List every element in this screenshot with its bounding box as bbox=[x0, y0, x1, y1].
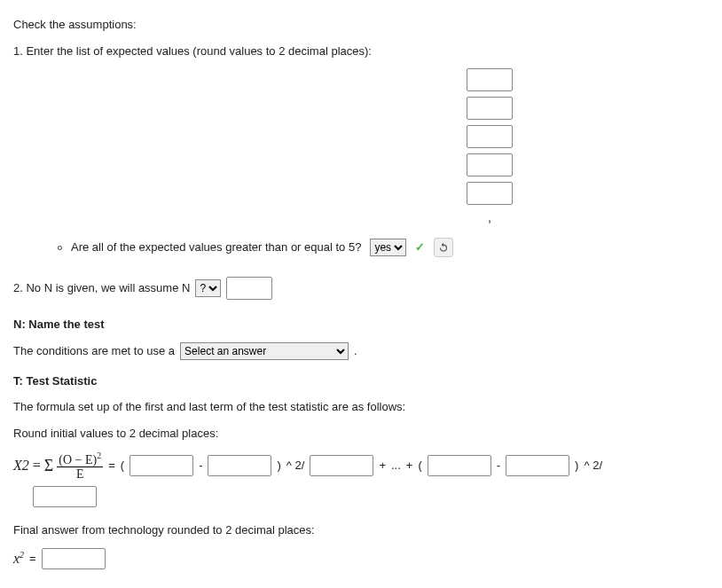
frac-num: (O − E) bbox=[59, 453, 97, 466]
t-heading: T: Test Statistic bbox=[13, 372, 709, 390]
trailing-comma: , bbox=[488, 208, 491, 227]
step1-text: 1. Enter the list of expected values (ro… bbox=[13, 43, 709, 60]
n-heading: N: Name the test bbox=[13, 316, 709, 333]
final-line: Final answer from technology rounded to … bbox=[13, 521, 709, 539]
retry-icon bbox=[437, 241, 450, 254]
expected-value-4[interactable] bbox=[467, 153, 513, 176]
final-answer-row: x2 = bbox=[13, 548, 709, 569]
bullet-icon bbox=[58, 246, 62, 250]
termN-div-wrap bbox=[33, 486, 709, 507]
checkmark-icon: ✓ bbox=[415, 239, 425, 256]
pow2: ^ 2/ bbox=[584, 457, 602, 474]
n-line-prefix: The conditions are met to use a bbox=[13, 342, 175, 360]
term1-o[interactable] bbox=[129, 455, 193, 476]
step2-text: 2. No N is given, we will assume N bbox=[13, 279, 190, 297]
formula-row: Χ2 = Σ (O − E)2 E = ( - ) ^ 2/ + ... + (… bbox=[13, 451, 709, 481]
retry-button[interactable] bbox=[434, 238, 453, 257]
rparen1: ) bbox=[277, 457, 280, 474]
x2-label: x2 bbox=[13, 548, 24, 569]
final-answer-input[interactable] bbox=[42, 548, 106, 569]
expected-value-5[interactable] bbox=[467, 182, 513, 205]
step2-row: 2. No N is given, we will assume N ? bbox=[13, 277, 709, 300]
eq2: = bbox=[108, 457, 115, 474]
period: . bbox=[354, 342, 357, 360]
rparen2: ) bbox=[575, 457, 578, 474]
termN-e[interactable] bbox=[506, 455, 569, 476]
assume-n-select[interactable]: ? bbox=[195, 279, 221, 297]
t-line1: The formula set up of the first and last… bbox=[13, 398, 709, 416]
eq1: = bbox=[33, 455, 41, 476]
lparen1: ( bbox=[121, 457, 124, 474]
t-line2: Round initial values to 2 decimal places… bbox=[13, 425, 709, 443]
termN-o[interactable] bbox=[428, 455, 491, 476]
assume-n-input[interactable] bbox=[226, 277, 272, 300]
n-line: The conditions are met to use a Select a… bbox=[13, 342, 709, 360]
term1-div[interactable] bbox=[310, 455, 373, 476]
expected-value-1[interactable] bbox=[467, 68, 513, 91]
plus2: + bbox=[406, 457, 413, 474]
expected-value-3[interactable] bbox=[467, 125, 513, 148]
fraction: (O − E)2 E bbox=[57, 451, 103, 481]
expected-value-2[interactable] bbox=[467, 97, 513, 120]
bullet-row: Are all of the expected values greater t… bbox=[58, 238, 709, 257]
check-heading: Check the assumptions: bbox=[13, 16, 709, 34]
lparen2: ( bbox=[418, 457, 421, 474]
ge5-select[interactable]: yes bbox=[370, 239, 406, 256]
sigma-icon: Σ bbox=[44, 454, 53, 478]
minus2: - bbox=[497, 457, 500, 474]
chi-label: Χ2 bbox=[13, 455, 29, 476]
termN-div[interactable] bbox=[33, 486, 97, 507]
chi2-formula: Χ2 = Σ (O − E)2 E bbox=[13, 451, 103, 481]
frac-den: E bbox=[75, 467, 86, 481]
term1-e[interactable] bbox=[208, 455, 271, 476]
frac-num-sup: 2 bbox=[97, 451, 101, 460]
pow1: ^ 2/ bbox=[286, 457, 305, 474]
bullet-question: Are all of the expected values greater t… bbox=[71, 239, 361, 256]
test-name-select[interactable]: Select an answer bbox=[180, 342, 349, 360]
expected-values-column: , bbox=[271, 68, 709, 227]
plus1: + bbox=[379, 457, 386, 474]
dots: ... bbox=[391, 457, 401, 474]
minus1: - bbox=[199, 457, 202, 474]
eq3: = bbox=[29, 550, 36, 568]
x-sup: 2 bbox=[20, 550, 24, 560]
